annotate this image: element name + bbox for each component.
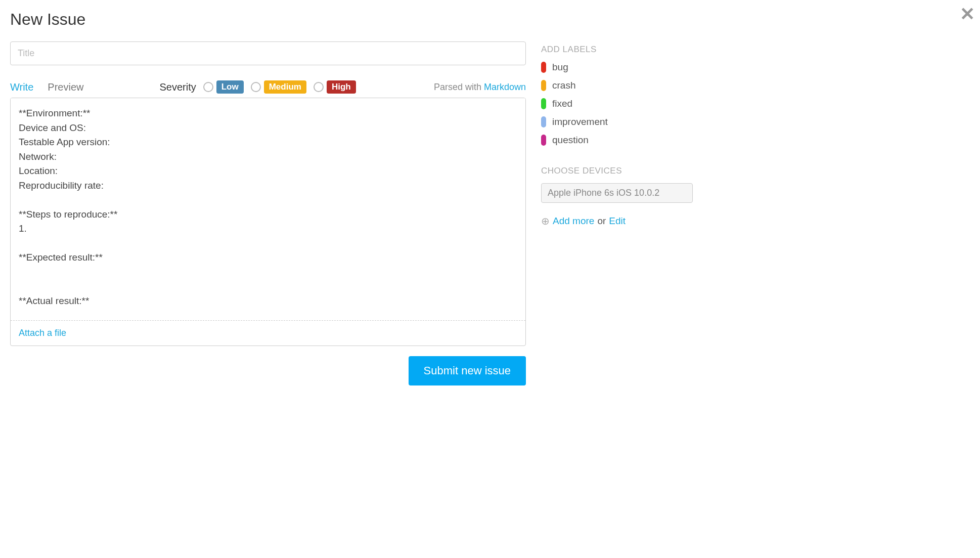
- add-more-link[interactable]: Add more: [553, 216, 594, 227]
- device-selected-text: Apple iPhone 6s iOS 10.0.2: [548, 188, 659, 198]
- choose-devices-heading: CHOOSE DEVICES: [541, 166, 693, 176]
- severity-medium-badge[interactable]: Medium: [264, 80, 306, 94]
- attach-file-link[interactable]: Attach a file: [19, 328, 66, 338]
- label-text: bug: [552, 62, 568, 73]
- description-textarea[interactable]: [11, 98, 525, 318]
- label-swatch-icon: [541, 135, 546, 146]
- radio-icon[interactable]: [203, 82, 213, 92]
- title-input[interactable]: [10, 41, 526, 65]
- label-swatch-icon: [541, 98, 546, 109]
- editor-toolbar: Write Preview Severity Low Medium High: [10, 80, 526, 94]
- editor-tabs: Write Preview: [10, 81, 83, 93]
- attach-bar: Attach a file: [11, 320, 525, 346]
- severity-option-medium[interactable]: Medium: [251, 80, 306, 94]
- submit-row: Submit new issue: [10, 356, 526, 385]
- radio-icon[interactable]: [314, 82, 324, 92]
- tab-preview[interactable]: Preview: [48, 81, 83, 93]
- label-item-crash[interactable]: crash: [541, 80, 693, 91]
- device-select[interactable]: Apple iPhone 6s iOS 10.0.2: [541, 183, 693, 203]
- severity-option-high[interactable]: High: [314, 80, 356, 94]
- label-item-bug[interactable]: bug: [541, 62, 693, 73]
- radio-icon[interactable]: [251, 82, 261, 92]
- edit-link[interactable]: Edit: [609, 216, 626, 227]
- label-item-question[interactable]: question: [541, 135, 693, 146]
- label-text: improvement: [552, 116, 608, 127]
- severity-group: Severity Low Medium High: [159, 80, 355, 94]
- close-icon[interactable]: ✕: [960, 5, 975, 23]
- sidebar: ADD LABELS bugcrashfixedimprovementquest…: [541, 10, 693, 385]
- label-text: question: [552, 135, 589, 146]
- submit-button[interactable]: Submit new issue: [409, 356, 526, 385]
- severity-option-low[interactable]: Low: [203, 80, 244, 94]
- severity-low-badge[interactable]: Low: [216, 80, 244, 94]
- label-swatch-icon: [541, 116, 546, 127]
- label-swatch-icon: [541, 62, 546, 73]
- plus-circle-icon: ⊕: [541, 215, 550, 227]
- markdown-link[interactable]: Markdown: [484, 82, 526, 92]
- severity-label: Severity: [159, 81, 196, 93]
- label-swatch-icon: [541, 80, 546, 91]
- new-issue-dialog: New Issue Write Preview Severity Low Med…: [10, 10, 718, 385]
- label-item-fixed[interactable]: fixed: [541, 98, 693, 109]
- label-text: fixed: [552, 98, 572, 109]
- editor-box: Attach a file: [10, 98, 526, 346]
- parsed-prefix: Parsed with: [434, 82, 484, 92]
- or-text: or: [597, 216, 606, 227]
- parsed-with-info: Parsed with Markdown: [434, 82, 526, 93]
- page-title: New Issue: [10, 10, 526, 29]
- label-item-improvement[interactable]: improvement: [541, 116, 693, 127]
- label-text: crash: [552, 80, 575, 91]
- tab-write[interactable]: Write: [10, 81, 33, 93]
- device-actions: ⊕ Add more or Edit: [541, 215, 693, 227]
- main-column: New Issue Write Preview Severity Low Med…: [10, 10, 526, 385]
- severity-high-badge[interactable]: High: [327, 80, 356, 94]
- label-list: bugcrashfixedimprovementquestion: [541, 62, 693, 146]
- add-labels-heading: ADD LABELS: [541, 45, 693, 55]
